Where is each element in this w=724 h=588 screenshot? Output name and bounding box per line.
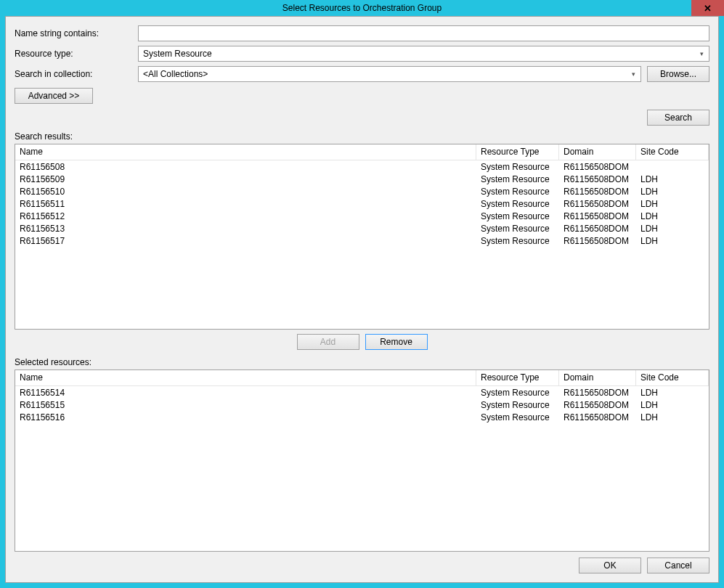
cell-resource-type: System Resource bbox=[476, 236, 559, 246]
cell-name: R61156513 bbox=[15, 224, 476, 234]
column-name[interactable]: Name bbox=[15, 370, 476, 385]
cell-domain: R61156508DOM bbox=[559, 174, 636, 184]
cell-site-code: LDH bbox=[636, 199, 709, 209]
dialog-window: Select Resources to Orchestration Group … bbox=[0, 0, 724, 588]
cell-domain: R61156508DOM bbox=[559, 211, 636, 221]
collection-label: Search in collection: bbox=[15, 69, 138, 79]
resource-type-value: System Resource bbox=[143, 49, 212, 59]
cell-resource-type: System Resource bbox=[476, 174, 559, 184]
table-row[interactable]: R61156517System ResourceR61156508DOMLDH bbox=[15, 234, 709, 247]
advanced-button[interactable]: Advanced >> bbox=[15, 88, 93, 104]
cell-name: R61156509 bbox=[15, 174, 476, 184]
search-row: Search bbox=[15, 110, 709, 126]
cell-domain: R61156508DOM bbox=[559, 400, 636, 410]
cell-resource-type: System Resource bbox=[476, 412, 559, 422]
table-row[interactable]: R61156512System ResourceR61156508DOMLDH bbox=[15, 210, 709, 222]
close-icon: ✕ bbox=[704, 3, 712, 14]
browse-button[interactable]: Browse... bbox=[647, 66, 709, 82]
cell-name: R61156516 bbox=[15, 412, 476, 422]
remove-button[interactable]: Remove bbox=[365, 334, 428, 350]
cell-domain: R61156508DOM bbox=[559, 162, 636, 172]
dialog-content: Name string contains: Resource type: Sys… bbox=[5, 16, 719, 583]
name-contains-row: Name string contains: bbox=[15, 25, 709, 41]
cell-domain: R61156508DOM bbox=[559, 412, 636, 422]
cell-site-code: LDH bbox=[636, 388, 709, 398]
column-site-code[interactable]: Site Code bbox=[636, 144, 709, 160]
table-row[interactable]: R61156511System ResourceR61156508DOMLDH bbox=[15, 197, 709, 210]
search-results-list: Name Resource Type Domain Site Code R611… bbox=[15, 144, 709, 330]
search-button[interactable]: Search bbox=[647, 110, 709, 126]
resource-type-label: Resource type: bbox=[15, 49, 138, 59]
table-row[interactable]: R61156509System ResourceR61156508DOMLDH bbox=[15, 173, 709, 185]
cell-domain: R61156508DOM bbox=[559, 224, 636, 234]
cell-resource-type: System Resource bbox=[476, 187, 559, 197]
titlebar: Select Resources to Orchestration Group … bbox=[0, 0, 724, 16]
collection-value: <All Collections> bbox=[143, 69, 208, 79]
cell-site-code: LDH bbox=[636, 187, 709, 197]
table-row[interactable]: R61156515System ResourceR61156508DOMLDH bbox=[15, 399, 709, 411]
chevron-down-icon: ▾ bbox=[627, 70, 639, 78]
table-row[interactable]: R61156514System ResourceR61156508DOMLDH bbox=[15, 386, 709, 399]
selected-resources-header: Name Resource Type Domain Site Code bbox=[15, 370, 709, 386]
collection-dropdown[interactable]: <All Collections> ▾ bbox=[138, 66, 641, 82]
search-results-header: Name Resource Type Domain Site Code bbox=[15, 144, 709, 160]
selected-resources-list: Name Resource Type Domain Site Code R611… bbox=[15, 369, 709, 552]
ok-button[interactable]: OK bbox=[579, 558, 641, 573]
cell-resource-type: System Resource bbox=[476, 162, 559, 172]
cell-domain: R61156508DOM bbox=[559, 388, 636, 398]
cell-site-code: LDH bbox=[636, 412, 709, 422]
cell-site-code: LDH bbox=[636, 174, 709, 184]
cell-resource-type: System Resource bbox=[476, 388, 559, 398]
cell-name: R61156515 bbox=[15, 400, 476, 410]
cell-resource-type: System Resource bbox=[476, 400, 559, 410]
table-row[interactable]: R61156516System ResourceR61156508DOMLDH bbox=[15, 411, 709, 423]
cell-resource-type: System Resource bbox=[476, 199, 559, 209]
cell-site-code: LDH bbox=[636, 224, 709, 234]
table-row[interactable]: R61156508System ResourceR61156508DOM bbox=[15, 160, 709, 173]
cell-site-code: LDH bbox=[636, 400, 709, 410]
cancel-button[interactable]: Cancel bbox=[647, 558, 709, 573]
table-row[interactable]: R61156513System ResourceR61156508DOMLDH bbox=[15, 222, 709, 234]
name-contains-label: Name string contains: bbox=[15, 28, 138, 38]
chevron-down-icon: ▾ bbox=[696, 50, 707, 57]
column-site-code[interactable]: Site Code bbox=[636, 370, 709, 385]
close-button[interactable]: ✕ bbox=[691, 0, 724, 16]
cell-name: R61156510 bbox=[15, 187, 476, 197]
name-contains-input[interactable] bbox=[138, 25, 709, 41]
cell-name: R61156511 bbox=[15, 199, 476, 209]
cell-resource-type: System Resource bbox=[476, 211, 559, 221]
cell-name: R61156512 bbox=[15, 211, 476, 221]
resource-type-dropdown[interactable]: System Resource ▾ bbox=[138, 46, 709, 62]
add-remove-row: Add Remove bbox=[15, 334, 709, 350]
resource-type-row: Resource type: System Resource ▾ bbox=[15, 46, 709, 62]
column-name[interactable]: Name bbox=[15, 144, 476, 160]
column-resource-type[interactable]: Resource Type bbox=[476, 370, 559, 385]
collection-row: Search in collection: <All Collections> … bbox=[15, 66, 709, 82]
table-row[interactable]: R61156510System ResourceR61156508DOMLDH bbox=[15, 185, 709, 197]
column-domain[interactable]: Domain bbox=[559, 144, 636, 160]
cell-domain: R61156508DOM bbox=[559, 187, 636, 197]
cell-name: R61156514 bbox=[15, 388, 476, 398]
add-button[interactable]: Add bbox=[297, 334, 359, 350]
advanced-row: Advanced >> bbox=[15, 88, 709, 104]
cell-domain: R61156508DOM bbox=[559, 199, 636, 209]
cell-name: R61156517 bbox=[15, 236, 476, 246]
cell-site-code: LDH bbox=[636, 236, 709, 246]
search-results-label: Search results: bbox=[15, 131, 709, 142]
cell-domain: R61156508DOM bbox=[559, 236, 636, 246]
column-domain[interactable]: Domain bbox=[559, 370, 636, 385]
cell-resource-type: System Resource bbox=[476, 224, 559, 234]
window-title: Select Resources to Orchestration Group bbox=[282, 3, 442, 13]
search-results-body: R61156508System ResourceR61156508DOMR611… bbox=[15, 160, 709, 329]
cell-name: R61156508 bbox=[15, 162, 476, 172]
cell-site-code: LDH bbox=[636, 211, 709, 221]
column-resource-type[interactable]: Resource Type bbox=[476, 144, 559, 160]
selected-resources-body: R61156514System ResourceR61156508DOMLDHR… bbox=[15, 386, 709, 551]
dialog-buttons: OK Cancel bbox=[15, 558, 709, 573]
selected-resources-label: Selected resources: bbox=[15, 357, 709, 367]
